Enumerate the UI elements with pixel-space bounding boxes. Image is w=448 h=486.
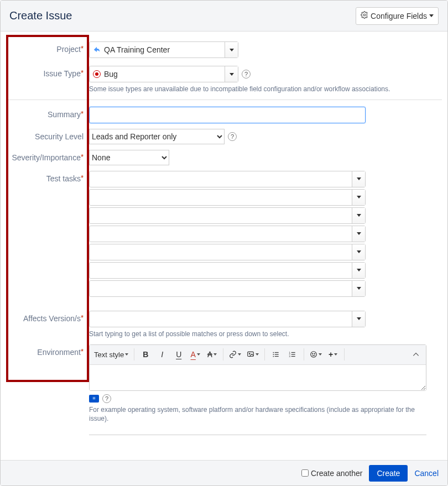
label-security-level: Security Level — [6, 129, 89, 141]
italic-button[interactable]: I — [154, 347, 170, 362]
test-task-combo[interactable] — [89, 171, 366, 187]
label-affects-versions: Affects Version/s* — [6, 311, 89, 323]
svg-point-15 — [311, 352, 317, 358]
environment-textarea[interactable] — [90, 365, 426, 390]
row-next-hidden — [6, 435, 442, 438]
help-icon[interactable]: ? — [242, 70, 251, 79]
row-project: Project* QA Training Center — [6, 41, 442, 58]
test-task-caret[interactable] — [352, 263, 365, 278]
project-combo[interactable]: QA Training Center — [89, 41, 238, 58]
chevron-down-icon — [230, 73, 234, 76]
row-environment: Environment* Text style B I U A ₳ — [6, 344, 442, 424]
svg-point-7 — [273, 356, 274, 357]
svg-rect-6 — [275, 354, 279, 355]
label-issue-type: Issue Type* — [6, 66, 89, 78]
bullet-list-button[interactable] — [268, 347, 284, 362]
test-task-combo[interactable] — [89, 262, 366, 279]
label-test-tasks: Test tasks* — [6, 171, 89, 183]
bold-button[interactable]: B — [138, 347, 153, 362]
help-icon[interactable]: ? — [102, 394, 111, 403]
issue-type-value: Bug — [104, 70, 225, 79]
test-task-combo[interactable] — [89, 207, 366, 224]
configure-fields-label: Configure Fields — [371, 12, 427, 20]
security-level-select[interactable]: Leads and Reporter only — [89, 129, 225, 144]
clear-format-button[interactable]: ₳ — [204, 347, 220, 362]
row-affects-versions: Affects Version/s* Start typing to get a… — [6, 311, 442, 339]
test-task-combo[interactable] — [89, 280, 366, 297]
chevron-down-icon — [334, 353, 337, 356]
svg-point-17 — [314, 353, 315, 354]
test-task-combo[interactable] — [89, 244, 366, 260]
test-task-caret[interactable] — [352, 281, 365, 296]
svg-rect-4 — [275, 352, 279, 353]
test-task-caret[interactable] — [352, 226, 365, 242]
label-project: Project* — [6, 41, 89, 54]
link-button[interactable] — [227, 347, 243, 362]
test-task-caret[interactable] — [352, 171, 365, 187]
issue-type-caret[interactable] — [225, 66, 238, 82]
label-severity: Severity/Importance* — [6, 150, 89, 162]
chevron-down-icon — [230, 49, 234, 51]
number-list-button[interactable]: 123 — [285, 347, 300, 362]
svg-rect-14 — [291, 356, 295, 357]
create-another-label[interactable]: Create another — [301, 469, 362, 478]
test-task-caret[interactable] — [352, 244, 365, 260]
separator — [223, 348, 223, 360]
underline-button[interactable]: U — [171, 347, 186, 362]
chevron-down-icon — [213, 353, 217, 356]
scroll-area[interactable]: Project* QA Training Center — [1, 32, 447, 460]
chevron-down-icon — [357, 250, 361, 253]
dialog-footer: Create another Create Cancel — [1, 460, 447, 485]
create-issue-form: Project* QA Training Center — [6, 41, 442, 438]
dialog-title: Create Issue — [9, 9, 72, 22]
emoji-button[interactable] — [308, 347, 324, 362]
section-divider — [6, 100, 442, 100]
collapse-button[interactable] — [408, 347, 424, 362]
environment-hint: For example operating system, software p… — [89, 405, 426, 424]
cancel-button[interactable]: Cancel — [414, 469, 439, 478]
test-task-combo[interactable] — [89, 189, 366, 206]
svg-point-2 — [249, 353, 251, 354]
text-color-button[interactable]: A — [187, 347, 203, 362]
insert-more-button[interactable]: + — [325, 347, 341, 362]
dialog-header: Create Issue Configure Fields — [1, 1, 447, 32]
label-environment: Environment* — [6, 344, 89, 357]
separator — [264, 348, 265, 360]
test-task-caret[interactable] — [352, 190, 365, 205]
chevron-down-icon — [125, 353, 128, 356]
chevron-down-icon — [357, 317, 361, 320]
test-task-caret[interactable] — [352, 208, 365, 223]
environment-rte: Text style B I U A ₳ — [89, 344, 426, 391]
test-task-combo[interactable] — [89, 226, 366, 242]
create-another-checkbox[interactable] — [301, 469, 309, 477]
project-icon — [90, 46, 104, 54]
separator — [304, 348, 304, 360]
severity-select[interactable]: None — [89, 150, 169, 165]
create-button[interactable]: Create — [369, 465, 408, 482]
configure-fields-button[interactable]: Configure Fields — [356, 7, 439, 25]
row-security-level: Security Level Leads and Reporter only ? — [6, 129, 442, 144]
image-button[interactable] — [244, 347, 261, 362]
label-summary: Summary* — [6, 107, 89, 119]
chevron-down-icon — [357, 269, 361, 271]
help-icon[interactable]: ? — [228, 132, 237, 141]
summary-input[interactable] — [89, 107, 366, 123]
svg-point-16 — [312, 353, 313, 354]
visual-mode-chip[interactable]: ≡ — [89, 395, 99, 403]
chevron-down-icon — [429, 14, 434, 17]
svg-point-0 — [363, 14, 366, 16]
svg-rect-12 — [291, 354, 295, 355]
row-summary: Summary* — [6, 107, 442, 123]
svg-point-5 — [273, 354, 274, 355]
rte-toolbar: Text style B I U A ₳ — [90, 345, 426, 365]
chevron-down-icon — [357, 177, 361, 180]
affects-versions-hint: Start typing to get a list of possible m… — [89, 330, 442, 339]
affects-versions-caret[interactable] — [352, 311, 365, 327]
issue-type-combo[interactable]: Bug — [89, 66, 238, 82]
separator — [344, 348, 345, 360]
project-value: QA Training Center — [104, 45, 225, 54]
text-style-button[interactable]: Text style — [92, 347, 131, 362]
affects-versions-combo[interactable] — [89, 311, 366, 327]
project-caret[interactable] — [225, 42, 238, 58]
gear-icon — [361, 11, 368, 20]
